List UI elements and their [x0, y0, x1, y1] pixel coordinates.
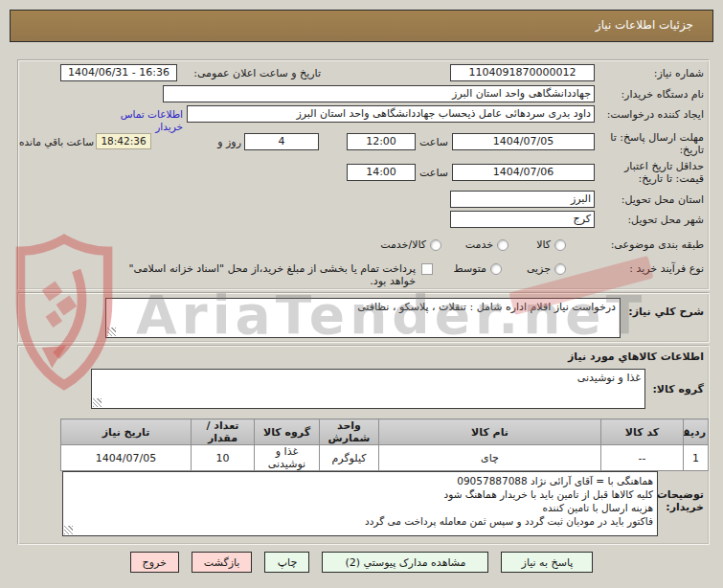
- subject-class-option-goods-service: کالا/خدمت: [371, 238, 426, 251]
- need-desc-label: شرح کلي نیاز:: [618, 305, 704, 318]
- remaining-time-badge: 18:42:36: [96, 133, 151, 149]
- buyer-notes-textarea[interactable]: هماهنگی با = آقای آرائی نژاد 09057887088…: [62, 471, 658, 536]
- need-number-field[interactable]: 1104091870000012: [450, 64, 595, 81]
- creator-field[interactable]: داود بدری سردهائی عامل ذیحساب جهاددانشگا…: [187, 105, 595, 123]
- subject-class-option-goods: کالا: [520, 238, 551, 251]
- cell-goods-group: غذا و نوشیدنی: [255, 445, 320, 471]
- button-row: پاسخ به نیاز مشاهده مدارک پیوستي (2) چاپ…: [0, 552, 723, 573]
- cell-goods-code: --: [601, 445, 684, 471]
- goods-table-header-row: ردیف کد کالا نام کالا واحد شمارش گروه کا…: [61, 419, 709, 445]
- subject-class-radio-goods-service[interactable]: [430, 239, 441, 251]
- cell-quantity: 10: [192, 445, 255, 471]
- reply-deadline-time-field[interactable]: 12:00: [347, 133, 416, 150]
- province-field[interactable]: البرز: [450, 191, 595, 208]
- buyer-org-field[interactable]: جهاددانشگاهی واحد استان البرز: [163, 85, 595, 102]
- reply-deadline-hour-label: ساعت: [418, 136, 448, 148]
- print-button[interactable]: چاپ: [264, 552, 309, 573]
- goods-group-label: گروه کالا:: [637, 383, 704, 396]
- goods-group-textarea[interactable]: غذا و نوشیدنی: [91, 369, 645, 409]
- back-button[interactable]: بازگشت: [192, 552, 253, 573]
- city-field[interactable]: کرج: [450, 211, 595, 228]
- province-label: استان محل تحویل:: [594, 193, 704, 206]
- subject-class-label: طبقه بندی موضوعی:: [579, 238, 704, 251]
- goods-section-title: اطلاعات کالاهاي مورد نیاز: [512, 351, 704, 363]
- col-row-number: ردیف: [684, 419, 709, 445]
- price-validity-label: حداقل تاریخ اعتبار قیمت: تا تاریخ:: [597, 160, 704, 185]
- goods-table: ردیف کد کالا نام کالا واحد شمارش گروه کا…: [60, 418, 709, 471]
- col-quantity: تعداد / مقدار: [192, 419, 255, 445]
- cell-need-date: 1404/07/05: [61, 445, 192, 471]
- price-validity-date-field[interactable]: 1404/07/06: [452, 164, 595, 181]
- cell-count-unit: کیلوگرم: [320, 445, 379, 471]
- price-validity-time-field[interactable]: 14:00: [347, 164, 416, 181]
- announce-datetime-field[interactable]: 1404/06/31 - 16:36: [60, 64, 177, 81]
- subject-class-option-service: خدمت: [457, 238, 493, 251]
- need-number-label: شماره نیاز:: [594, 67, 704, 79]
- city-label: شهر محل تحویل:: [594, 214, 704, 226]
- reply-deadline-date-field[interactable]: 1404/07/05: [452, 133, 595, 150]
- creator-label: ایجاد کننده درخواست:: [594, 108, 704, 121]
- col-goods-name: نام کالا: [379, 419, 601, 445]
- col-goods-group: گروه کالا: [255, 419, 320, 445]
- reply-deadline-label: مهلت ارسال پاسخ: تا تاریخ:: [597, 131, 704, 156]
- respond-to-need-button[interactable]: پاسخ به نیاز: [501, 552, 593, 573]
- process-type-label: نوع فرآیند خرید :: [579, 262, 704, 275]
- need-desc-textarea[interactable]: درخواست نیاز اقلام اداره شامل : تنقلات ،…: [105, 298, 621, 338]
- buyer-contact-link[interactable]: اطلاعات تماس خریدار: [92, 108, 183, 133]
- col-need-date: تاریخ نیاز: [61, 419, 192, 445]
- cell-row-number: 1: [684, 445, 709, 471]
- days-and-label: روز و: [209, 136, 241, 148]
- treasury-docs-checkbox[interactable]: [421, 263, 433, 275]
- process-type-option-minor: جزیی: [522, 262, 551, 275]
- cell-goods-name: چای: [379, 445, 601, 471]
- announce-datetime-label: تاریخ و ساعت اعلان عمومی:: [177, 67, 321, 79]
- process-type-option-medium: متوسط: [446, 262, 486, 275]
- page-title: جزئیات اطلاعات نیاز: [596, 18, 693, 32]
- col-goods-code: کد کالا: [601, 419, 684, 445]
- hours-remaining-label: ساعت باقي مانده: [19, 136, 94, 148]
- goods-table-row: 1 -- چای کیلوگرم غذا و نوشیدنی 10 1404/0…: [61, 445, 709, 471]
- price-validity-hour-label: ساعت: [418, 167, 448, 179]
- process-type-radio-medium[interactable]: [490, 263, 502, 275]
- page-header: جزئیات اطلاعات نیاز: [10, 10, 713, 42]
- remaining-days-field[interactable]: 4: [244, 133, 319, 150]
- view-attachments-button[interactable]: مشاهده مدارک پیوستي (2): [322, 552, 488, 573]
- need-details-window: جزئیات اطلاعات نیاز شماره نیاز: 11040918…: [0, 0, 723, 588]
- process-type-radio-minor[interactable]: [554, 263, 566, 275]
- buyer-org-label: نام دستگاه خریدار:: [594, 88, 704, 101]
- treasury-docs-label: پرداخت تمام یا بخشی از مبلغ خرید،از محل …: [107, 262, 416, 287]
- subject-class-radio-service[interactable]: [497, 239, 508, 251]
- subject-class-radio-goods[interactable]: [554, 239, 566, 251]
- col-count-unit: واحد شمارش: [320, 419, 379, 445]
- exit-button[interactable]: خروج: [130, 552, 179, 573]
